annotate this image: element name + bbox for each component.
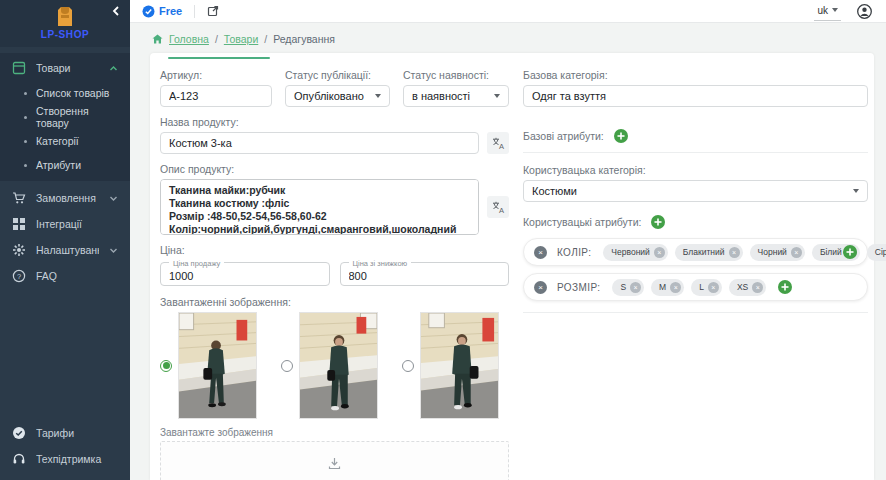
- main-area: Free uk Головна / Товари: [130, 0, 886, 480]
- breadcrumb: Головна / Товари / Редагування: [152, 33, 874, 45]
- discount-price-label: Ціна зі знижкою: [349, 259, 412, 268]
- chip-label: S: [620, 282, 626, 292]
- product-name-input[interactable]: [160, 132, 479, 154]
- sidebar-item-integrations[interactable]: Інтеграції: [0, 211, 130, 237]
- remove-chip-button[interactable]: ×: [708, 282, 719, 293]
- external-link-icon: [207, 5, 219, 17]
- sidebar-item-products[interactable]: Товари: [0, 55, 130, 81]
- chevron-down-icon: [109, 194, 118, 203]
- add-color-value-button[interactable]: [843, 245, 857, 259]
- upload-dropzone[interactable]: [160, 441, 509, 480]
- image-radio-3[interactable]: [402, 360, 414, 372]
- translate-description-button[interactable]: A: [487, 196, 509, 218]
- add-custom-attribute-button[interactable]: [651, 215, 665, 229]
- selected-value: Костюми: [532, 185, 577, 197]
- logo-text: LP-SHOP: [8, 29, 122, 40]
- custom-category-select[interactable]: Костюми: [523, 180, 868, 202]
- sale-price-label: Ціна продажу: [169, 259, 224, 268]
- subitem-label: Створення товару: [36, 105, 122, 129]
- breadcrumb-home-link[interactable]: Головна: [169, 33, 209, 45]
- divider: [523, 312, 868, 313]
- product-photo-3[interactable]: [420, 312, 499, 419]
- account-button[interactable]: [857, 4, 872, 19]
- sidebar-collapse-button[interactable]: [112, 6, 120, 16]
- edit-product-card: Артикул: Статус публікації: Опубліковано: [150, 53, 874, 480]
- remove-chip-button[interactable]: ×: [791, 247, 802, 258]
- description-textarea[interactable]: Тканина майки:рубчик Тканина костюму :фл…: [160, 179, 479, 235]
- remove-chip-button[interactable]: ×: [752, 282, 763, 293]
- chip-label: Червоний: [611, 247, 649, 257]
- attribute-row-size: × РОЗМІР: S× M× L× XS×: [523, 273, 868, 301]
- sidebar-subitem-create-product[interactable]: Створення товару: [0, 105, 130, 129]
- subitem-label: Атрибути: [36, 159, 81, 171]
- chevron-up-icon: [109, 64, 118, 73]
- availability-status-select[interactable]: в наявності: [403, 85, 509, 107]
- base-category-input[interactable]: [523, 85, 868, 107]
- remove-size-attribute-button[interactable]: ×: [534, 281, 547, 294]
- sidebar-item-settings[interactable]: Налаштування: [0, 237, 130, 263]
- remove-color-attribute-button[interactable]: ×: [534, 246, 547, 259]
- chip-value: Червоний×: [603, 244, 667, 261]
- chip-value: M×: [651, 279, 684, 296]
- chip-label: XS: [737, 282, 748, 292]
- sidebar-item-label: Налаштування: [36, 244, 99, 256]
- breadcrumb-separator: /: [264, 33, 267, 45]
- image-option-2: [281, 312, 378, 419]
- sidebar-item-tariffs[interactable]: Тарифи: [0, 420, 130, 446]
- user-avatar-icon: [857, 4, 872, 19]
- bullet-icon: [24, 92, 27, 95]
- cart-icon: [12, 191, 26, 205]
- caret-down-icon: [853, 189, 859, 193]
- sidebar-subitem-categories[interactable]: Категорії: [0, 129, 130, 153]
- attribute-name: КОЛІР:: [557, 247, 591, 258]
- description-label: Опис продукту:: [160, 163, 509, 175]
- publication-status-label: Статус публікації:: [285, 69, 390, 81]
- box-icon: [12, 61, 26, 75]
- image-radio-2[interactable]: [281, 360, 293, 372]
- remove-chip-button[interactable]: ×: [670, 282, 681, 293]
- translate-name-button[interactable]: A: [487, 132, 509, 154]
- chip-label: L: [699, 282, 704, 292]
- breadcrumb-products-link[interactable]: Товари: [224, 33, 258, 45]
- divider: [523, 152, 868, 153]
- product-photo-2[interactable]: [299, 312, 378, 419]
- remove-chip-button[interactable]: ×: [654, 247, 665, 258]
- sidebar-item-faq[interactable]: ? FAQ: [0, 263, 130, 289]
- selected-value: Опубліковано: [294, 90, 364, 102]
- image-radio-1[interactable]: [160, 360, 172, 372]
- home-icon: [152, 34, 163, 44]
- custom-category-label: Користувацька категорія:: [523, 164, 868, 176]
- chip-value: Блакитний×: [675, 244, 743, 261]
- language-select[interactable]: uk: [814, 2, 841, 21]
- sidebar-subitem-attributes[interactable]: Атрибути: [0, 153, 130, 177]
- product-photo-1[interactable]: [178, 312, 257, 419]
- form-right-column: Базова категорія: Базові атрибути: Корис…: [523, 69, 868, 480]
- remove-chip-button[interactable]: ×: [630, 282, 641, 293]
- plan-label: Free: [159, 5, 182, 17]
- custom-attributes-label: Користувацькі атрибути:: [523, 216, 641, 228]
- sidebar-logo: LP-SHOP: [0, 0, 130, 47]
- sidebar-item-support[interactable]: Техпідтримка: [0, 446, 130, 472]
- chip-label: Блакитний: [683, 247, 725, 257]
- add-size-value-button[interactable]: [778, 280, 792, 294]
- sale-price-field: Ціна продажу: [160, 262, 330, 286]
- check-badge-icon: [12, 426, 26, 440]
- chevron-down-icon: [109, 246, 118, 255]
- bullet-icon: [24, 116, 27, 119]
- publication-status-select[interactable]: Опубліковано: [285, 85, 390, 107]
- remove-chip-button[interactable]: ×: [729, 247, 740, 258]
- product-name-label: Назва продукту:: [160, 116, 509, 128]
- plan-badge[interactable]: Free: [142, 5, 182, 18]
- headset-icon: [12, 452, 26, 466]
- sidebar-item-orders[interactable]: Замовлення: [0, 185, 130, 211]
- sidebar-footer: Тарифи Техпідтримка: [0, 420, 130, 480]
- topbar: Free uk: [130, 0, 886, 23]
- add-base-attribute-button[interactable]: [614, 129, 628, 143]
- sku-input[interactable]: [160, 85, 272, 107]
- chip-value: XS×: [729, 279, 766, 296]
- caret-down-icon: [494, 94, 500, 98]
- question-icon: ?: [12, 269, 26, 283]
- external-link-button[interactable]: [207, 5, 219, 17]
- availability-status-label: Статус наявності:: [403, 69, 509, 81]
- sidebar-subitem-product-list[interactable]: Список товарів: [0, 81, 130, 105]
